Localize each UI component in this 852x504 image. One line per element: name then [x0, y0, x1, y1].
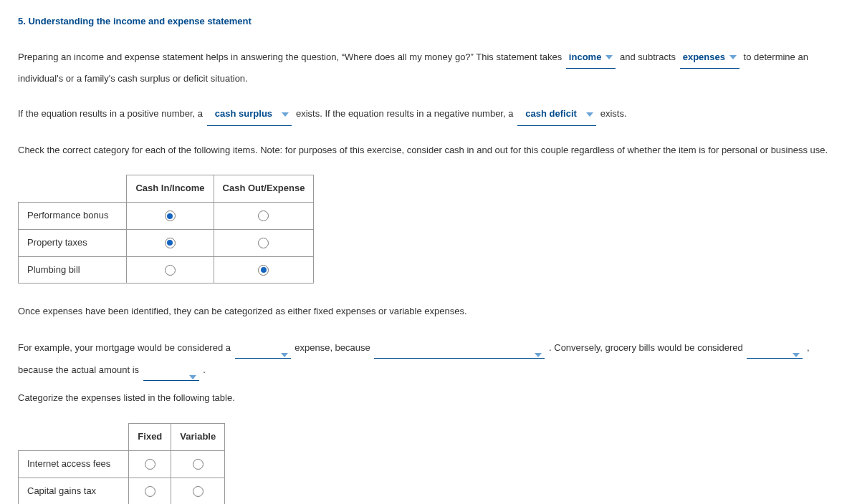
chevron-down-icon	[586, 112, 593, 117]
radio-expense[interactable]	[258, 265, 269, 276]
table-row: Internet access fees	[19, 450, 225, 478]
dropdown-deficit[interactable]: cash deficit	[517, 104, 596, 126]
chevron-down-icon	[189, 375, 196, 379]
col-header-expense: Cash Out/Expense	[214, 175, 314, 203]
empty-header	[19, 423, 129, 450]
dropdown-value: income	[569, 52, 602, 62]
paragraph-6: Categorize the expenses listed in the fo…	[18, 388, 834, 409]
dropdown-value: cash deficit	[525, 108, 577, 119]
radio-variable[interactable]	[193, 486, 204, 497]
chevron-down-icon	[793, 353, 800, 357]
col-header-income: Cash In/Income	[127, 175, 214, 203]
radio-variable[interactable]	[193, 459, 204, 470]
dropdown-reason-1[interactable]	[374, 349, 545, 359]
text: Preparing an income and expense statemen…	[18, 52, 562, 62]
chevron-down-icon	[606, 55, 613, 59]
dropdown-reason-2[interactable]	[143, 371, 199, 381]
row-label: Capital gains tax	[19, 478, 129, 504]
empty-header	[19, 175, 127, 203]
table-cash-category: Cash In/Income Cash Out/Expense Performa…	[18, 175, 314, 284]
radio-income[interactable]	[165, 238, 176, 248]
col-header-fixed: Fixed	[129, 423, 171, 450]
table-row: Property taxes	[19, 229, 314, 256]
chevron-down-icon	[282, 112, 289, 117]
radio-income[interactable]	[165, 210, 176, 221]
paragraph-5: For example, your mortgage would be cons…	[18, 336, 834, 381]
row-label: Plumbing bill	[19, 256, 127, 284]
row-label: Internet access fees	[19, 450, 129, 478]
chevron-down-icon	[729, 55, 737, 59]
dropdown-value: cash surplus	[215, 108, 272, 119]
text: exists. If the equation results in a neg…	[296, 108, 514, 119]
table-row: Plumbing bill	[19, 256, 314, 284]
paragraph-4: Once expenses have been identified, they…	[18, 301, 834, 322]
text: exists.	[600, 108, 627, 119]
text: For example, your mortgage would be cons…	[18, 342, 231, 353]
text: expense, because	[295, 342, 370, 353]
paragraph-2: If the equation results in a positive nu…	[18, 104, 834, 126]
chevron-down-icon	[535, 353, 542, 357]
paragraph-1: Preparing an income and expense statemen…	[18, 47, 834, 89]
table-fixed-variable: Fixed Variable Internet access fees Capi…	[18, 423, 225, 504]
dropdown-surplus[interactable]: cash surplus	[207, 104, 292, 126]
text: . Conversely, grocery bills would be con…	[549, 342, 743, 353]
dropdown-value: expenses	[683, 52, 725, 62]
row-label: Performance bonus	[19, 202, 127, 229]
text: .	[203, 364, 206, 375]
text: If the equation results in a positive nu…	[18, 108, 203, 119]
table-row: Performance bonus	[19, 202, 314, 229]
radio-fixed[interactable]	[145, 486, 155, 497]
radio-expense[interactable]	[258, 238, 269, 248]
chevron-down-icon	[281, 353, 288, 357]
dropdown-fixed-variable-1[interactable]	[235, 349, 291, 359]
dropdown-income[interactable]: income	[566, 47, 616, 69]
row-label: Property taxes	[19, 229, 127, 256]
section-heading: 5. Understanding the income and expense …	[18, 14, 834, 29]
radio-expense[interactable]	[258, 210, 269, 221]
text: and subtracts	[620, 52, 676, 62]
dropdown-expenses[interactable]: expenses	[680, 47, 739, 69]
col-header-variable: Variable	[171, 423, 225, 450]
dropdown-fixed-variable-2[interactable]	[747, 349, 803, 359]
radio-fixed[interactable]	[145, 459, 155, 470]
paragraph-3: Check the correct category for each of t…	[18, 140, 834, 161]
radio-income[interactable]	[165, 265, 176, 276]
table-row: Capital gains tax	[19, 478, 225, 504]
